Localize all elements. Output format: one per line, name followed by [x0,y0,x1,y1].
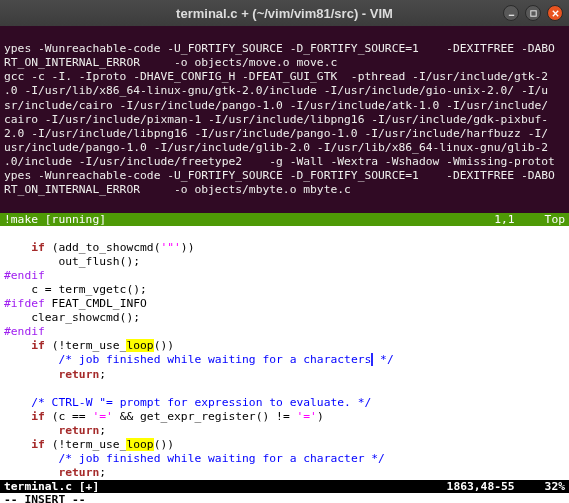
terminal-line: RT_ON_INTERNAL_ERROR -o objects/mbyte.o … [4,183,351,196]
terminal-line: RT_ON_INTERNAL_ERROR -o objects/move.o m… [4,56,337,69]
terminal-line: 2.0 -I/usr/include/libpng16 -I/usr/inclu… [4,127,548,140]
terminal-line: gcc -c -I. -Iproto -DHAVE_CONFIG_H -DFEA… [4,70,548,83]
terminal-output-pane: ypes -Wunreachable-code -U_FORTIFY_SOURC… [0,26,569,213]
terminal-line: ypes -Wunreachable-code -U_FORTIFY_SOURC… [4,169,555,182]
window-controls [503,5,563,21]
preprocessor: #ifdef [4,297,45,310]
comment: /* job finished while waiting for a char… [58,353,371,366]
keyword-return: return [58,466,99,479]
comment: /* CTRL-W "= prompt for expression to ev… [31,396,371,409]
preprocessor: #endif [4,269,45,282]
keyword-if: if [31,410,45,423]
status-percent: 32% [545,480,565,493]
status-position: 1863,48-55 [447,480,545,493]
terminal-line: ypes -Wunreachable-code -U_FORTIFY_SOURC… [4,42,555,55]
make-statusline: !make [running] 1,1 Top [0,213,569,226]
keyword-return: return [58,424,99,437]
editor-statusline: terminal.c [+] 1863,48-55 32% [0,480,569,493]
window-title: terminal.c + (~/vim/vim81/src) - VIM [6,6,563,21]
minimize-button[interactable] [503,5,519,21]
status-filename: terminal.c [+] [4,480,447,493]
terminal-line: usr/include/pango-1.0 -I/usr/include/gli… [4,141,548,154]
make-status-scroll: Top [545,213,565,226]
maximize-button[interactable] [525,5,541,21]
preprocessor: #endif [4,325,45,338]
vim-commandline[interactable]: -- INSERT -- [0,493,569,503]
close-button[interactable] [547,5,563,21]
terminal-line: .0/include -I/usr/include/freetype2 -g -… [4,155,555,168]
mode-indicator: -- INSERT -- [4,493,86,503]
make-status-label: !make [running] [4,213,494,226]
comment: /* job finished while waiting for a char… [58,452,384,465]
search-highlight: loop [126,438,153,451]
code-editor-pane[interactable]: if (add_to_showcmd('"')) out_flush(); #e… [0,226,569,480]
keyword-if: if [31,438,45,451]
keyword-if: if [31,241,45,254]
terminal-line: cairo -I/usr/include/pixman-1 -I/usr/inc… [4,113,548,126]
window-titlebar: terminal.c + (~/vim/vim81/src) - VIM [0,0,569,26]
terminal-line: .0 -I/usr/lib/x86_64-linux-gnu/gtk-2.0/i… [4,84,548,97]
search-highlight: loop [126,339,153,352]
terminal-line: sr/include/cairo -I/usr/include/pango-1.… [4,99,548,112]
make-status-pos: 1,1 [494,213,544,226]
keyword-return: return [58,368,99,381]
keyword-if: if [31,339,45,352]
svg-rect-1 [530,10,535,15]
